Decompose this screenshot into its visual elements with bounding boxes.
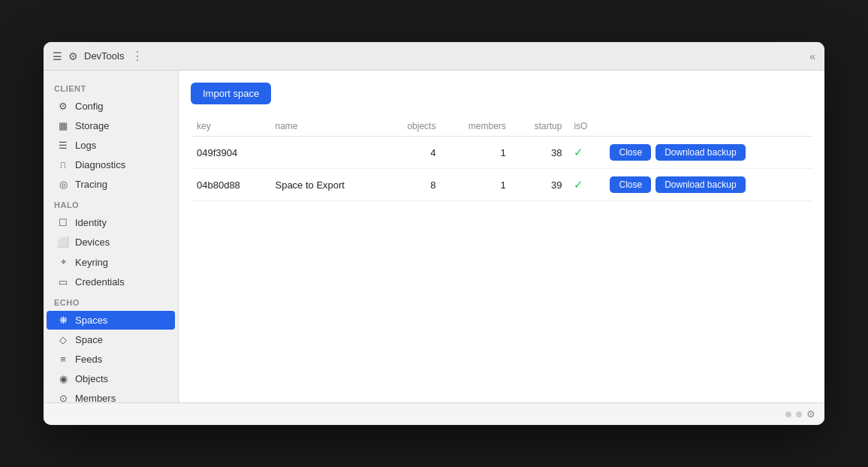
sidebar-item-identity[interactable]: ☐ Identity bbox=[47, 213, 175, 232]
cell-iso: ✓ bbox=[568, 137, 604, 169]
sidebar-label-members: Members bbox=[75, 393, 116, 402]
cell-actions: Close Download backup bbox=[604, 169, 812, 201]
sidebar-item-tracing[interactable]: ◎ Tracing bbox=[47, 175, 175, 194]
cell-actions: Close Download backup bbox=[604, 137, 812, 169]
cell-key: 04b80d88 bbox=[191, 169, 269, 201]
col-header-key: key bbox=[191, 116, 269, 137]
title-bar-title: DevTools bbox=[84, 50, 124, 62]
sidebar-label-feeds: Feeds bbox=[75, 354, 102, 365]
import-space-button[interactable]: Import space bbox=[191, 83, 271, 104]
download-backup-button[interactable]: Download backup bbox=[656, 176, 745, 193]
table-header-row: key name objects members startup isO bbox=[191, 116, 812, 137]
row-actions: Close Download backup bbox=[610, 176, 806, 193]
sidebar-label-keyring: Keyring bbox=[75, 257, 108, 268]
sidebar-item-diagnostics[interactable]: ⎍ Diagnostics bbox=[47, 155, 175, 174]
check-icon: ✓ bbox=[574, 178, 583, 191]
sidebar-label-objects: Objects bbox=[75, 373, 108, 384]
col-header-actions bbox=[604, 116, 812, 137]
tracing-icon: ◎ bbox=[57, 179, 69, 190]
row-actions: Close Download backup bbox=[610, 144, 806, 161]
devices-icon: ⬜ bbox=[57, 237, 69, 248]
sidebar-item-credentials[interactable]: ▭ Credentials bbox=[47, 273, 175, 291]
sidebar-item-storage[interactable]: ▦ Storage bbox=[47, 116, 175, 135]
cell-iso: ✓ bbox=[568, 169, 604, 201]
table-row: 049f3904 4 1 38 ✓ Close Download backup bbox=[191, 137, 812, 169]
sidebar-label-logs: Logs bbox=[75, 140, 96, 151]
sidebar: Client ⚙ Config ▦ Storage ☰ Logs ⎍ Diagn… bbox=[44, 71, 179, 402]
col-header-name: name bbox=[269, 116, 384, 137]
bottom-settings-icon[interactable]: ⚙ bbox=[806, 408, 815, 420]
sidebar-item-space[interactable]: ◇ Space bbox=[47, 330, 175, 349]
members-icon: ⊙ bbox=[57, 393, 69, 402]
space-icon: ◇ bbox=[57, 334, 69, 345]
main-layout: Client ⚙ Config ▦ Storage ☰ Logs ⎍ Diagn… bbox=[44, 71, 824, 402]
credentials-icon: ▭ bbox=[57, 276, 69, 288]
diagnostics-icon: ⎍ bbox=[57, 159, 69, 170]
storage-icon: ▦ bbox=[57, 120, 69, 131]
devtools-icon: ⚙ bbox=[68, 50, 78, 62]
col-header-iso: isO bbox=[568, 116, 604, 137]
cell-members: 1 bbox=[442, 137, 511, 169]
sidebar-item-spaces[interactable]: ❋ Spaces bbox=[47, 311, 175, 330]
sidebar-label-credentials: Credentials bbox=[75, 276, 125, 288]
bottom-bar: ⚙ bbox=[44, 402, 824, 425]
status-dot-2 bbox=[796, 411, 802, 417]
collapse-icon[interactable]: « bbox=[809, 50, 815, 62]
sidebar-item-feeds[interactable]: ≡ Feeds bbox=[47, 350, 175, 369]
cell-members: 1 bbox=[442, 169, 511, 201]
cell-name bbox=[269, 137, 384, 169]
logs-icon: ☰ bbox=[57, 140, 69, 151]
main-content: Import space key name objects members st… bbox=[179, 71, 824, 402]
feeds-icon: ≡ bbox=[57, 354, 69, 365]
cell-startup: 39 bbox=[512, 169, 568, 201]
sidebar-item-members[interactable]: ⊙ Members bbox=[47, 389, 175, 402]
cell-startup: 38 bbox=[512, 137, 568, 169]
col-header-objects: objects bbox=[384, 116, 442, 137]
cell-key: 049f3904 bbox=[191, 137, 269, 169]
sidebar-label-identity: Identity bbox=[75, 217, 107, 228]
title-bar: ☰ ⚙ DevTools ⋮ « bbox=[44, 42, 824, 71]
sidebar-label-storage: Storage bbox=[75, 120, 110, 131]
sidebar-label-devices: Devices bbox=[75, 237, 110, 248]
sidebar-label-diagnostics: Diagnostics bbox=[75, 159, 125, 170]
spaces-icon: ❋ bbox=[57, 315, 69, 326]
objects-icon: ◉ bbox=[57, 373, 69, 384]
app-window: ☰ ⚙ DevTools ⋮ « Client ⚙ Config ▦ Stora… bbox=[44, 42, 824, 425]
sidebar-item-logs[interactable]: ☰ Logs bbox=[47, 136, 175, 155]
sidebar-label-tracing: Tracing bbox=[75, 179, 107, 190]
download-backup-button[interactable]: Download backup bbox=[656, 144, 745, 161]
sidebar-item-devices[interactable]: ⬜ Devices bbox=[47, 233, 175, 252]
cell-objects: 8 bbox=[384, 169, 442, 201]
sidebar-item-config[interactable]: ⚙ Config bbox=[47, 97, 175, 116]
col-header-members: members bbox=[442, 116, 511, 137]
table-row: 04b80d88 Space to Export 8 1 39 ✓ Close … bbox=[191, 169, 812, 201]
close-button[interactable]: Close bbox=[610, 144, 651, 161]
keyring-icon: ⌖ bbox=[57, 256, 69, 268]
spaces-table: key name objects members startup isO 049… bbox=[191, 116, 812, 201]
status-dot-1 bbox=[785, 411, 791, 417]
sidebar-label-space: Space bbox=[75, 334, 103, 345]
close-button[interactable]: Close bbox=[610, 176, 651, 193]
sidebar-label-spaces: Spaces bbox=[75, 315, 107, 326]
menu-icon[interactable]: ☰ bbox=[53, 50, 62, 62]
cell-objects: 4 bbox=[384, 137, 442, 169]
section-client: Client bbox=[44, 78, 178, 96]
col-header-startup: startup bbox=[512, 116, 568, 137]
sidebar-label-config: Config bbox=[75, 101, 104, 112]
sidebar-item-objects[interactable]: ◉ Objects bbox=[47, 369, 175, 388]
identity-icon: ☐ bbox=[57, 217, 69, 228]
section-halo: HALO bbox=[44, 194, 178, 212]
check-icon: ✓ bbox=[574, 146, 583, 158]
section-echo: ECHO bbox=[44, 292, 178, 310]
sidebar-item-keyring[interactable]: ⌖ Keyring bbox=[47, 252, 175, 272]
more-options-icon[interactable]: ⋮ bbox=[131, 49, 143, 63]
config-icon: ⚙ bbox=[57, 101, 69, 112]
cell-name: Space to Export bbox=[269, 169, 384, 201]
